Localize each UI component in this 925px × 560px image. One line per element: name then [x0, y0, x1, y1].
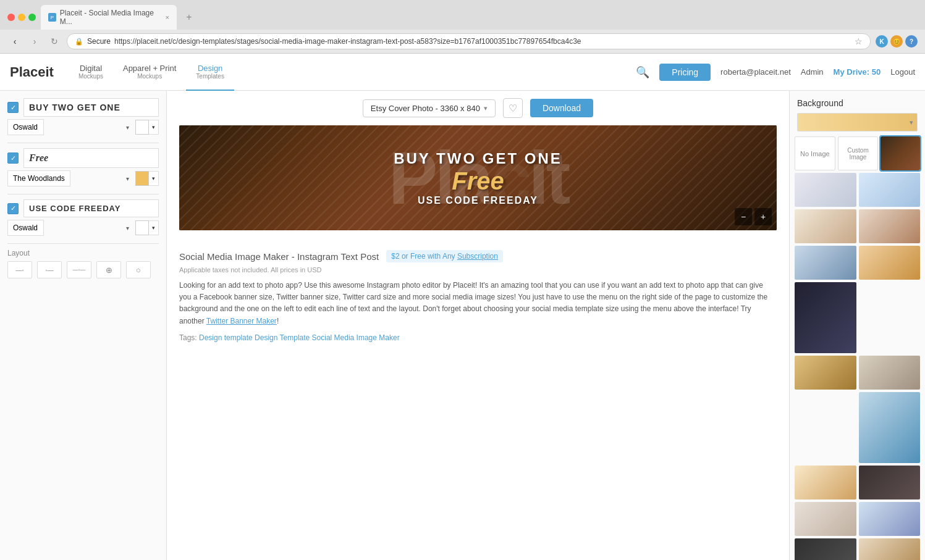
bg-thumb-10[interactable]: [795, 356, 856, 390]
nav-apparel[interactable]: Apparel + Print Mockups: [113, 54, 186, 91]
text-block-1-input[interactable]: [23, 98, 159, 117]
text-block-3-color-dropdown[interactable]: ▾: [149, 220, 159, 235]
bg-thumb-14[interactable]: [859, 392, 921, 463]
refresh-button[interactable]: ↻: [47, 34, 62, 49]
text-block-3-checkbox[interactable]: [7, 203, 19, 214]
bg-thumb-16[interactable]: [859, 466, 921, 499]
favorite-button[interactable]: ♡: [503, 98, 523, 118]
bg-thumb-selected[interactable]: [881, 136, 920, 170]
text-block-2-color-dropdown[interactable]: ▾: [149, 171, 159, 186]
text-block-2: The Woodlands ▾: [7, 148, 159, 186]
tab-title: Placeit - Social Media Image M...: [60, 9, 159, 26]
canvas-text-overlay: BUY TWO GET ONE Free USE CODE FREEDAY: [394, 150, 562, 206]
text-block-2-color[interactable]: ▾: [135, 171, 159, 186]
bg-col-right: [859, 282, 921, 285]
logout-link[interactable]: Logout: [890, 67, 915, 77]
main-content: Oswald ▾: [0, 91, 925, 560]
layout-option-3[interactable]: —◦—: [67, 261, 91, 278]
user-email[interactable]: roberta@placeit.net: [720, 67, 791, 77]
layout-option-4[interactable]: ⊕: [96, 261, 121, 278]
tag-social-media[interactable]: Social Media Image Maker: [312, 333, 400, 342]
bg-thumb-18[interactable]: [859, 502, 921, 536]
logo-text: Place: [10, 64, 46, 80]
browser-tab[interactable]: P Placeit - Social Media Image M... ×: [41, 5, 177, 30]
bg-row-8: [795, 466, 920, 499]
close-tab-button[interactable]: ×: [166, 14, 169, 21]
favicon-icon: P: [48, 13, 56, 22]
back-button[interactable]: ‹: [7, 34, 22, 49]
forward-button[interactable]: ›: [27, 34, 42, 49]
text-block-3-input[interactable]: [23, 199, 159, 217]
size-selector[interactable]: Etsy Cover Photo - 3360 x 840 ▾: [363, 99, 496, 117]
admin-link[interactable]: Admin: [801, 67, 824, 77]
bg-thumb-6[interactable]: [859, 246, 921, 280]
product-info: Social Media Image Maker - Instagram Tex…: [167, 243, 789, 349]
add-tab-button[interactable]: +: [182, 10, 196, 25]
bg-col-left-2: [795, 392, 856, 395]
nav-design[interactable]: Design Templates: [186, 54, 234, 91]
bg-thumb-15[interactable]: [795, 466, 856, 499]
text-block-2-input[interactable]: [23, 148, 159, 168]
bg-row-1: No Image Custom Image: [795, 136, 920, 170]
divider-1: [7, 143, 159, 143]
minimize-dot[interactable]: [18, 14, 25, 21]
canvas-text-line1: BUY TWO GET ONE: [394, 150, 562, 167]
bg-thumb-4[interactable]: [859, 209, 921, 243]
custom-image-option[interactable]: Custom Image: [838, 136, 879, 170]
ext-icon-1[interactable]: K: [876, 35, 888, 48]
background-section-title: Background: [790, 91, 925, 113]
bg-thumb-2[interactable]: [859, 173, 921, 207]
bookmark-icon[interactable]: ☆: [855, 36, 863, 46]
close-dot[interactable]: [7, 14, 15, 21]
pricing-button[interactable]: Pricing: [659, 64, 711, 81]
tags-row: Tags: Design template Design Template So…: [179, 333, 777, 342]
text-block-1-font-select[interactable]: Oswald: [7, 119, 44, 135]
layout-option-5[interactable]: ○: [126, 261, 151, 278]
bg-thumb-3[interactable]: [795, 209, 856, 243]
nav-right: 🔍 Pricing roberta@placeit.net Admin My D…: [636, 64, 915, 81]
text-block-3-font-wrapper: Oswald: [7, 220, 133, 236]
address-bar[interactable]: 🔒 Secure https://placeit.net/c/design-te…: [67, 33, 871, 49]
tag-design-template-1[interactable]: Design template: [199, 333, 255, 342]
text-block-1-color-dropdown[interactable]: ▾: [149, 120, 159, 135]
bg-thumb-17[interactable]: [795, 502, 856, 536]
subscription-link[interactable]: Subscription: [457, 252, 498, 261]
my-drive-link[interactable]: My Drive: 50: [834, 67, 881, 77]
background-color-bar[interactable]: ▾: [797, 113, 918, 132]
size-selector-arrow: ▾: [484, 104, 488, 112]
bg-row-7: [795, 392, 920, 463]
layout-options: —◦ ◦— —◦— ⊕ ○: [7, 261, 159, 278]
logo[interactable]: Placeit: [10, 64, 54, 80]
text-block-2-color-swatch: [135, 171, 149, 186]
bg-thumb-1[interactable]: [795, 173, 856, 207]
twitter-banner-link[interactable]: Twitter Banner Maker: [206, 317, 277, 325]
maximize-dot[interactable]: [28, 14, 36, 21]
download-button[interactable]: Download: [530, 99, 593, 117]
tag-design-template-2[interactable]: Design Template: [255, 333, 312, 342]
nav-digital[interactable]: Digital Mockups: [69, 54, 113, 91]
text-block-3-color[interactable]: ▾: [135, 220, 159, 235]
canvas-image[interactable]: Placit BUY TWO GET ONE Free USE CODE FRE…: [179, 125, 777, 230]
layout-option-1[interactable]: —◦: [7, 261, 32, 278]
left-sidebar: Oswald ▾: [0, 91, 167, 560]
bg-thumb-7[interactable]: [795, 282, 856, 353]
no-image-option[interactable]: No Image: [795, 136, 835, 170]
text-block-2-font-select[interactable]: The Woodlands: [7, 170, 70, 186]
tags-label: Tags:: [179, 333, 197, 342]
text-block-2-checkbox[interactable]: [7, 153, 19, 164]
bg-thumb-19[interactable]: [795, 538, 856, 560]
bg-thumb-5[interactable]: [795, 246, 856, 280]
canvas-text-line3: USE CODE FREEDAY: [394, 195, 562, 206]
search-button[interactable]: 🔍: [636, 65, 649, 79]
text-block-1-color[interactable]: ▾: [135, 120, 159, 135]
bg-thumb-11[interactable]: [859, 356, 921, 390]
ext-icon-2[interactable]: 😊: [890, 35, 903, 48]
ext-icon-3[interactable]: ?: [905, 35, 918, 48]
text-block-3-font-select[interactable]: Oswald: [7, 220, 44, 236]
zoom-out-button[interactable]: −: [735, 208, 752, 225]
text-block-1-color-swatch: [135, 120, 149, 135]
bg-thumb-20[interactable]: [859, 538, 921, 560]
text-block-1-checkbox[interactable]: [7, 102, 19, 113]
layout-option-2[interactable]: ◦—: [37, 261, 62, 278]
zoom-in-button[interactable]: +: [754, 208, 772, 225]
